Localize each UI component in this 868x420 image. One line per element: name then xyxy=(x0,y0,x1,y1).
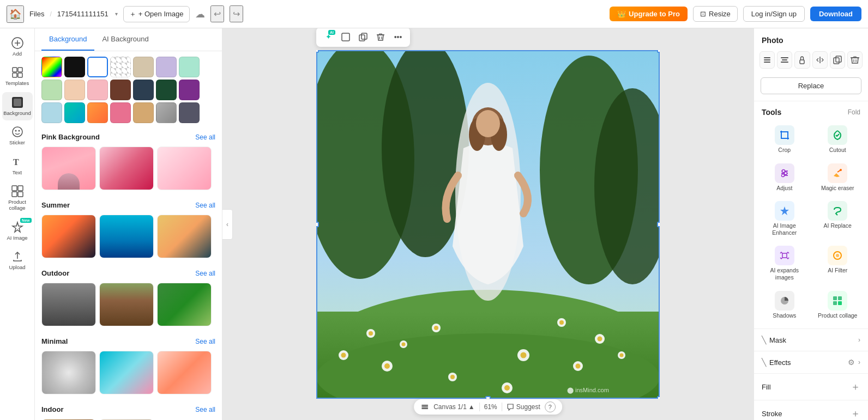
section-outdoor-see-all[interactable]: See all xyxy=(195,270,215,277)
swatch-pink-red[interactable] xyxy=(110,102,131,123)
tool-ai-replace[interactable]: AI Replace xyxy=(813,198,863,239)
resize-handle-mr[interactable] xyxy=(657,222,660,227)
canvas-image[interactable]: ⬤ insMind.com ↻ xyxy=(316,50,660,399)
thumb-outdoor1[interactable] xyxy=(41,283,96,326)
rp-layers-btn[interactable] xyxy=(760,51,775,69)
swatch-sand[interactable] xyxy=(133,102,154,123)
rp-stroke-header[interactable]: Stroke ＋ xyxy=(754,400,868,420)
section-summer-see-all[interactable]: See all xyxy=(195,202,215,209)
section-pink-see-all[interactable]: See all xyxy=(195,133,215,141)
swatch-peach[interactable] xyxy=(64,80,85,100)
thumb-minimal3[interactable] xyxy=(157,351,212,394)
swatch-dark-green[interactable] xyxy=(156,80,177,100)
layers-button[interactable] xyxy=(420,403,429,411)
swatch-light-pink[interactable] xyxy=(87,80,108,100)
cloud-save-icon[interactable]: ☁ xyxy=(195,8,205,20)
files-label[interactable]: Files xyxy=(29,10,44,18)
rp-lock-btn[interactable] xyxy=(794,51,810,69)
swatch-purple[interactable] xyxy=(179,80,200,100)
replace-button[interactable]: Replace xyxy=(761,77,861,94)
swatch-rainbow[interactable] xyxy=(41,57,62,77)
tool-cutout[interactable]: Cutout xyxy=(813,122,863,157)
canvas-delete-button[interactable] xyxy=(373,29,388,45)
resize-handle-br[interactable] xyxy=(657,396,660,399)
swatch-lavender[interactable] xyxy=(156,57,177,77)
fill-add-button[interactable]: ＋ xyxy=(851,380,860,393)
swatch-orange-gradient[interactable] xyxy=(87,102,108,123)
resize-handle-tl[interactable] xyxy=(316,50,319,53)
home-button[interactable]: 🏠 xyxy=(7,5,24,23)
section-indoor-see-all[interactable]: See all xyxy=(195,406,215,413)
thumb-summer2[interactable] xyxy=(99,215,154,258)
swatch-teal-gradient[interactable] xyxy=(64,102,85,123)
effects-settings-icon[interactable]: ⚙ xyxy=(848,358,855,367)
redo-button[interactable]: ↪ xyxy=(230,5,243,22)
open-image-button[interactable]: ＋ + Open Image xyxy=(123,6,190,22)
thumb-minimal1[interactable] xyxy=(41,351,96,394)
canvas-page[interactable]: Canvas 1/1 ▲ xyxy=(433,403,475,411)
download-button[interactable]: Download xyxy=(810,7,861,21)
collapse-panel-button[interactable]: ‹ xyxy=(222,209,233,240)
thumb-summer1[interactable] xyxy=(41,215,96,258)
nav-product-collage[interactable]: Product collage xyxy=(2,181,33,216)
swatch-mint[interactable] xyxy=(179,57,200,77)
nav-sticker[interactable]: Sticker xyxy=(2,121,33,150)
resize-handle-tr[interactable] xyxy=(657,50,660,53)
resize-handle-bm[interactable] xyxy=(485,396,491,399)
tab-background[interactable]: Background xyxy=(41,28,94,51)
stroke-add-button[interactable]: ＋ xyxy=(851,407,860,420)
tool-product-collage[interactable]: Product collage xyxy=(813,288,863,322)
rp-fill-header[interactable]: Fill ＋ xyxy=(754,374,868,400)
tool-ai-image-enhancer[interactable]: AI Image Enhancer xyxy=(760,198,810,239)
nav-text[interactable]: T Text xyxy=(2,151,33,180)
upgrade-button[interactable]: 👑 Upgrade to Pro xyxy=(610,7,688,21)
canvas-frame-button[interactable] xyxy=(338,29,353,45)
swatch-gray-gradient[interactable] xyxy=(156,102,177,123)
thumb-minimal2[interactable] xyxy=(99,351,154,394)
rp-delete-btn[interactable] xyxy=(847,51,863,69)
tool-adjust[interactable]: Adjust xyxy=(760,160,810,195)
thumb-pink2[interactable] xyxy=(99,147,154,190)
tool-ai-expands-images[interactable]: AI expands images xyxy=(760,242,810,284)
rp-effects-header[interactable]: ╲ Effects ⚙ › xyxy=(754,351,868,373)
rp-align-btn[interactable] xyxy=(777,51,792,69)
section-minimal-see-all[interactable]: See all xyxy=(195,338,215,345)
swatch-sky-blue[interactable] xyxy=(41,102,62,123)
nav-background[interactable]: Background xyxy=(2,92,33,120)
nav-ai-image[interactable]: New AI Image xyxy=(2,217,33,245)
swatch-black[interactable] xyxy=(64,57,85,77)
thumb-pink1[interactable] xyxy=(41,147,96,190)
swatch-white[interactable] xyxy=(87,57,108,77)
swatch-light-green[interactable] xyxy=(41,80,62,100)
rp-flip-btn[interactable] xyxy=(812,51,828,69)
filename-caret[interactable]: ▾ xyxy=(115,11,118,17)
canvas-more-button[interactable]: ••• xyxy=(390,29,406,45)
login-button[interactable]: Log in/Sign up xyxy=(743,6,805,22)
tool-crop[interactable]: Crop xyxy=(760,122,810,157)
swatch-transparent[interactable] xyxy=(110,57,131,77)
nav-templates[interactable]: Templates xyxy=(2,62,33,90)
thumb-outdoor2[interactable] xyxy=(99,283,154,326)
ai-tool-button[interactable]: ✦ AI xyxy=(321,29,336,45)
rp-fold-button[interactable]: Fold xyxy=(848,108,860,116)
help-button[interactable]: ? xyxy=(545,401,556,412)
resize-handle-ml[interactable] xyxy=(316,222,319,227)
swatch-dark-gray[interactable] xyxy=(179,102,200,123)
swatch-brown[interactable] xyxy=(110,80,131,100)
thumb-outdoor3[interactable] xyxy=(157,283,212,326)
canvas-duplicate-button[interactable] xyxy=(355,29,371,45)
swatch-dark-navy[interactable] xyxy=(133,80,154,100)
swatch-beige[interactable] xyxy=(133,57,154,77)
tool-magic-eraser[interactable]: Magic eraser xyxy=(813,160,863,195)
tool-shadows[interactable]: Shadows xyxy=(760,288,810,322)
nav-upload[interactable]: Upload xyxy=(2,246,33,275)
thumb-pink3[interactable] xyxy=(157,147,212,190)
nav-add[interactable]: Add xyxy=(2,33,33,61)
undo-button[interactable]: ↩ xyxy=(210,5,224,22)
tab-ai-background[interactable]: AI Background xyxy=(94,28,156,51)
suggest-button[interactable]: Suggest xyxy=(507,403,540,411)
resize-button[interactable]: ⊡ Resize xyxy=(693,6,738,22)
rp-mask-header[interactable]: ╲ Mask › xyxy=(754,329,868,351)
rp-copy-btn[interactable] xyxy=(830,51,845,69)
tool-ai-filter[interactable]: AI Filter xyxy=(813,242,863,284)
